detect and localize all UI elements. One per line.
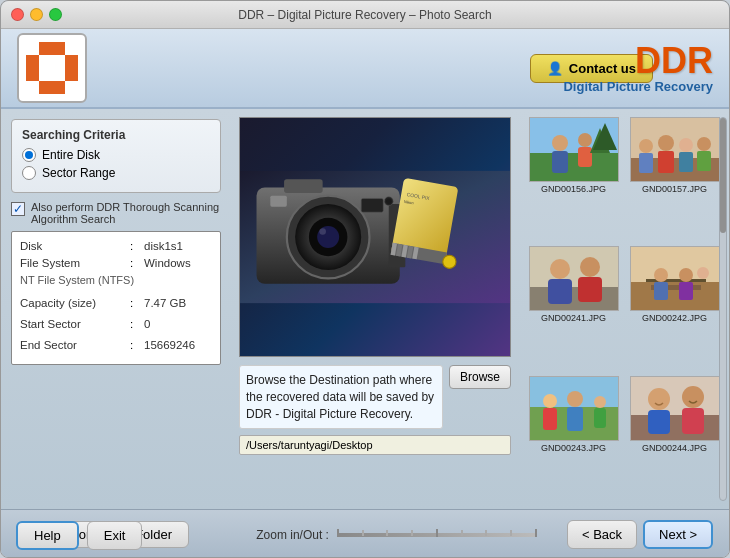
- svg-point-58: [658, 135, 674, 151]
- svg-rect-16: [39, 81, 52, 94]
- list-item[interactable]: GND00156.JPG: [525, 117, 622, 242]
- thumbnail-filename: GND00157.JPG: [642, 184, 707, 194]
- radio-sector-range[interactable]: Sector Range: [22, 166, 210, 180]
- svg-point-28: [319, 228, 326, 235]
- thumbnail-filename: GND00241.JPG: [541, 313, 606, 323]
- svg-rect-94: [648, 410, 670, 434]
- svg-rect-63: [697, 151, 711, 171]
- svg-rect-91: [631, 377, 720, 415]
- filesystem-row: File System : Windows: [20, 257, 212, 269]
- searching-criteria-panel: Searching Criteria Entire Disk Sector Ra…: [11, 119, 221, 193]
- thumbnail-filename: GND00242.JPG: [642, 313, 707, 323]
- app-logo: [17, 33, 87, 103]
- svg-rect-57: [639, 153, 653, 173]
- browse-button[interactable]: Browse: [449, 365, 511, 389]
- person-icon: 👤: [547, 61, 563, 76]
- svg-rect-87: [567, 407, 583, 431]
- help-exit-buttons: Help Exit: [16, 521, 142, 550]
- list-item[interactable]: GND00241.JPG: [525, 246, 622, 371]
- svg-rect-66: [530, 287, 619, 311]
- svg-rect-10: [65, 42, 78, 55]
- thumbnail-image[interactable]: [630, 117, 720, 182]
- svg-rect-89: [594, 408, 606, 428]
- help-button[interactable]: Help: [16, 521, 79, 550]
- svg-rect-19: [52, 81, 65, 94]
- svg-point-49: [578, 133, 592, 147]
- svg-point-88: [594, 396, 606, 408]
- window-title: DDR – Digital Picture Recovery – Photo S…: [238, 8, 491, 22]
- svg-point-84: [543, 394, 557, 408]
- svg-rect-75: [646, 279, 706, 282]
- maximize-button[interactable]: [49, 8, 62, 21]
- svg-point-67: [550, 259, 570, 279]
- navigation-buttons: < Back Next >: [567, 520, 713, 549]
- svg-rect-50: [578, 147, 592, 167]
- svg-rect-80: [679, 282, 693, 300]
- bottom-bar: Open Containing Folder Zoom in/Out :: [1, 509, 729, 558]
- window-controls: [11, 8, 62, 21]
- sector-range-radio[interactable]: [22, 166, 36, 180]
- svg-rect-11: [52, 55, 65, 68]
- camera-scene-svg: COOL PIX Nikon: [240, 118, 510, 356]
- zoom-track: [337, 533, 537, 537]
- thumbnail-filename: GND00156.JPG: [541, 184, 606, 194]
- thumbnail-filename: GND00244.JPG: [642, 443, 707, 453]
- close-button[interactable]: [11, 8, 24, 21]
- thorough-scan-option[interactable]: ✓ Also perform DDR Thorough Scanning Alg…: [11, 201, 221, 225]
- svg-rect-29: [270, 196, 287, 207]
- svg-point-47: [552, 135, 568, 151]
- svg-rect-20: [65, 81, 78, 94]
- list-item[interactable]: GND00157.JPG: [626, 117, 723, 242]
- thumbnail-image[interactable]: [630, 246, 720, 311]
- exit-button[interactable]: Exit: [87, 521, 143, 550]
- svg-rect-30: [361, 198, 383, 212]
- list-item[interactable]: GND00242.JPG: [626, 246, 723, 371]
- thumbnail-image[interactable]: [630, 376, 720, 441]
- svg-rect-70: [578, 277, 602, 302]
- svg-point-76: [654, 268, 668, 282]
- svg-rect-7: [26, 55, 39, 68]
- back-button[interactable]: < Back: [567, 520, 637, 549]
- center-panel: COOL PIX Nikon Browse the Destination pa…: [231, 109, 519, 509]
- header: 👤 Contact us DDR Digital Picture Recover…: [1, 29, 729, 109]
- svg-point-56: [639, 139, 653, 153]
- zoom-section: Zoom in/Out :: [256, 525, 537, 545]
- svg-rect-23: [284, 179, 323, 193]
- svg-rect-12: [65, 55, 78, 68]
- thorough-scan-checkbox[interactable]: ✓: [11, 202, 25, 216]
- svg-point-60: [679, 138, 693, 152]
- list-item[interactable]: GND00244.JPG: [626, 376, 723, 501]
- svg-rect-8: [39, 55, 52, 68]
- disk-row: Disk : disk1s1: [20, 240, 212, 252]
- next-button[interactable]: Next >: [643, 520, 713, 549]
- thumbnail-image[interactable]: [529, 246, 619, 311]
- scrollbar[interactable]: [719, 117, 727, 501]
- preview-image: COOL PIX Nikon: [239, 117, 511, 357]
- svg-point-93: [648, 388, 670, 410]
- fs-note-row: NT File System (NTFS): [20, 274, 212, 286]
- logo-icon: [26, 42, 78, 94]
- svg-rect-14: [39, 68, 52, 81]
- svg-rect-85: [543, 408, 557, 430]
- svg-rect-18: [65, 68, 78, 81]
- svg-rect-48: [552, 151, 568, 173]
- svg-rect-5: [26, 42, 39, 55]
- minimize-button[interactable]: [30, 8, 43, 21]
- svg-point-86: [567, 391, 583, 407]
- right-panel: GND00156.JPG: [519, 109, 729, 509]
- zoom-label: Zoom in/Out :: [256, 528, 329, 542]
- entire-disk-radio[interactable]: [22, 148, 36, 162]
- list-item[interactable]: GND00243.JPG: [525, 376, 622, 501]
- thumbnail-image[interactable]: [529, 117, 619, 182]
- svg-rect-9: [52, 42, 65, 55]
- zoom-slider-container[interactable]: [337, 525, 537, 545]
- thumbnail-image[interactable]: [529, 376, 619, 441]
- svg-point-77: [679, 268, 693, 282]
- scrollbar-thumb[interactable]: [720, 118, 726, 233]
- svg-rect-13: [26, 68, 39, 81]
- brand-subtitle: Digital Picture Recovery: [563, 79, 713, 94]
- svg-point-41: [443, 255, 456, 268]
- destination-path-field[interactable]: [239, 435, 511, 455]
- svg-rect-61: [679, 152, 693, 172]
- radio-entire-disk[interactable]: Entire Disk: [22, 148, 210, 162]
